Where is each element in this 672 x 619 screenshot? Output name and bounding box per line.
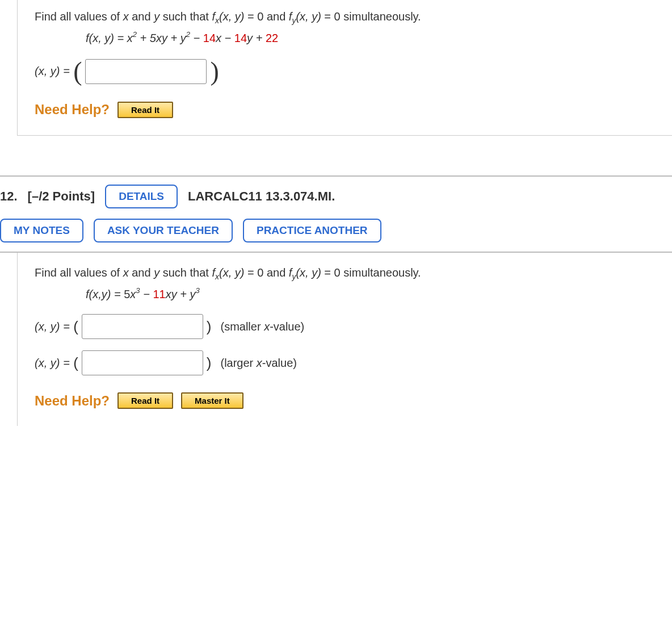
answer-label: (x, y) (35, 65, 60, 78)
var-y: y (154, 266, 159, 279)
text: such that (159, 266, 212, 279)
text: Find all values of (35, 10, 123, 23)
reference-code: LARCALC11 13.3.074.MI. (188, 189, 335, 204)
fx-sub: x (215, 272, 219, 281)
text: = 0 simultaneously. (321, 10, 421, 23)
exp: 3 (136, 286, 140, 295)
term: xy + (166, 287, 190, 300)
my-notes-button[interactable]: MY NOTES (0, 219, 83, 242)
open-paren: ( (73, 354, 78, 372)
text: and (129, 266, 154, 279)
read-it-button[interactable]: Read It (117, 392, 173, 409)
coef: 5 (124, 287, 130, 300)
exp: 3 (195, 286, 199, 295)
ask-teacher-button[interactable]: ASK YOUR TEACHER (94, 219, 233, 242)
term: x (130, 287, 136, 300)
coef: 11 (153, 287, 165, 300)
equals: = (63, 65, 70, 78)
q12-answer-row-2: (x, y) = ( ) (larger x-value) (35, 350, 655, 375)
text: = 0 and (244, 10, 288, 23)
args: (x, y) (219, 266, 244, 279)
open-paren: ( (73, 58, 82, 85)
close-paren: ) (207, 354, 212, 372)
practice-another-button[interactable]: PRACTICE ANOTHER (243, 219, 381, 242)
term: x (127, 32, 133, 44)
close-paren: ) (207, 318, 212, 336)
args: (x, y) (296, 10, 321, 23)
term: y (180, 32, 186, 44)
points-label: [–/2 Points] (28, 189, 95, 204)
question-number: 12. (0, 189, 18, 204)
answer-label: (x, y) (35, 320, 60, 333)
master-it-button[interactable]: Master It (181, 392, 243, 409)
q12-answer-row-1: (x, y) = ( ) (smaller x-value) (35, 314, 655, 339)
eq-lhs: f(x, y) = (86, 32, 127, 44)
term: − (190, 32, 203, 44)
term: y (190, 287, 195, 300)
q11-answer-input[interactable] (85, 59, 207, 84)
question-12-body: Find all values of x and y such that fx(… (17, 253, 672, 426)
need-help-row: Need Help? Read It Master It (35, 392, 655, 409)
q12-equation: f(x,y) = 5x3 − 11xy + y3 (86, 287, 655, 301)
coef: 14 (203, 32, 216, 44)
text: and (129, 10, 154, 23)
text: = 0 simultaneously. (321, 266, 421, 279)
hint-smaller: (smaller x-value) (220, 320, 304, 333)
hint-larger: (larger x-value) (220, 357, 297, 370)
args: (x, y) (296, 266, 321, 279)
term: − (140, 287, 153, 300)
text: = 0 and (244, 266, 288, 279)
var-y: y (154, 10, 159, 23)
var-x: x (123, 10, 129, 23)
term: x − (216, 32, 234, 44)
term: + 5xy + (137, 32, 180, 44)
q12-header: 12. [–/2 Points] DETAILS LARCALC11 13.3.… (0, 175, 672, 216)
need-help-label: Need Help? (35, 393, 110, 409)
q12-subheader: MY NOTES ASK YOUR TEACHER PRACTICE ANOTH… (0, 216, 672, 253)
text: such that (159, 10, 212, 23)
q11-prompt: Find all values of x and y such that fx(… (35, 10, 655, 25)
exp: 2 (186, 30, 190, 39)
equals: = (63, 357, 70, 370)
coef: 14 (234, 32, 247, 44)
equals: = (63, 320, 70, 333)
question-11-body: Find all values of x and y such that fx(… (17, 0, 672, 136)
q12-prompt: Find all values of x and y such that fx(… (35, 266, 655, 281)
eq-lhs: f(x,y) = (86, 287, 124, 300)
q11-equation: f(x, y) = x2 + 5xy + y2 − 14x − 14y + 22 (86, 31, 655, 45)
close-paren: ) (210, 58, 219, 85)
open-paren: ( (73, 318, 78, 336)
coef: 22 (266, 32, 278, 44)
fx-sub: x (215, 16, 219, 25)
q11-answer-row: (x, y) = ( ) (35, 58, 655, 85)
q12-answer-input-larger[interactable] (82, 350, 203, 375)
exp: 2 (133, 30, 137, 39)
details-button[interactable]: DETAILS (105, 185, 178, 208)
term: y + (247, 32, 266, 44)
q12-answer-input-smaller[interactable] (82, 314, 203, 339)
var-x: x (123, 266, 129, 279)
answer-label: (x, y) (35, 357, 60, 370)
need-help-label: Need Help? (35, 102, 110, 118)
text: Find all values of (35, 266, 123, 279)
need-help-row: Need Help? Read It (35, 102, 655, 118)
args: (x, y) (219, 10, 244, 23)
read-it-button[interactable]: Read It (117, 102, 173, 118)
